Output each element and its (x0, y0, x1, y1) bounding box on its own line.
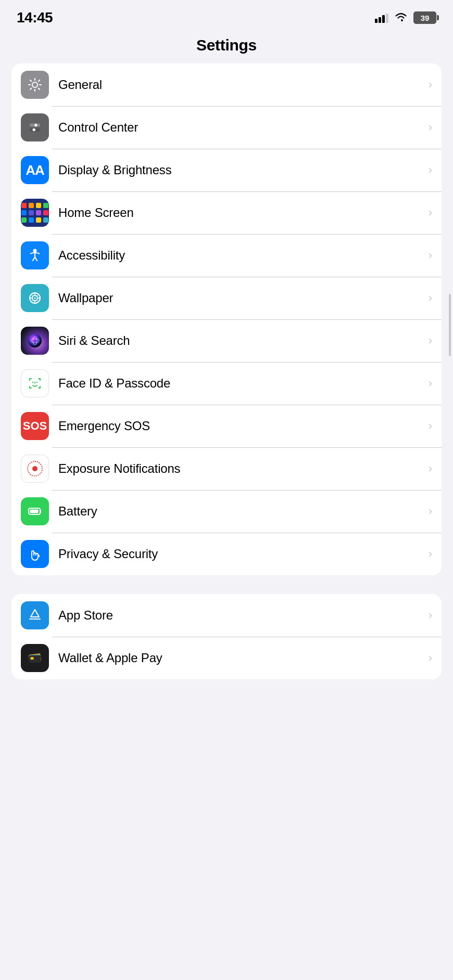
home-screen-icon (21, 199, 49, 227)
svg-point-5 (33, 249, 37, 253)
svg-rect-15 (30, 510, 39, 513)
emergency-sos-icon: SOS (21, 412, 49, 440)
settings-row-wallpaper[interactable]: Wallpaper › (11, 277, 442, 319)
control-center-label: Control Center (58, 120, 424, 135)
accessibility-label: Accessibility (58, 248, 424, 263)
page-title: Settings (0, 31, 453, 63)
exposure-chevron: › (429, 462, 432, 475)
control-center-icon (21, 113, 49, 141)
exposure-icon (21, 455, 49, 483)
wallet-chevron: › (429, 651, 432, 665)
settings-row-wallet[interactable]: Wallet & Apple Pay › (11, 637, 442, 679)
wallet-icon (21, 644, 49, 672)
signal-icon (375, 12, 388, 23)
settings-row-accessibility[interactable]: Accessibility › (11, 234, 442, 277)
svg-point-2 (34, 124, 37, 126)
svg-rect-19 (31, 657, 34, 660)
siri-label: Siri & Search (58, 333, 424, 348)
display-icon: AA (21, 156, 49, 184)
privacy-chevron: › (429, 547, 432, 561)
svg-point-0 (33, 83, 37, 87)
svg-point-8 (34, 298, 36, 299)
appstore-chevron: › (429, 609, 432, 622)
display-chevron: › (429, 163, 432, 177)
battery-label: Battery (58, 504, 424, 519)
wifi-icon (394, 11, 408, 25)
battery-chevron: › (429, 505, 432, 518)
battery-icon: 39 (413, 11, 436, 24)
general-icon (21, 71, 49, 99)
accessibility-chevron: › (429, 249, 432, 262)
svg-point-12 (32, 382, 33, 383)
settings-group-2: App Store › Wallet & Apple Pay › (11, 594, 442, 679)
wallpaper-chevron: › (429, 291, 432, 305)
settings-row-home-screen[interactable]: Home Screen › (11, 191, 442, 234)
wallpaper-icon (21, 284, 49, 312)
siri-icon (21, 327, 49, 355)
status-bar: 14:45 39 (0, 0, 453, 31)
privacy-label: Privacy & Security (58, 547, 424, 561)
settings-row-battery[interactable]: Battery › (11, 490, 442, 533)
wallpaper-label: Wallpaper (58, 291, 424, 305)
settings-row-siri[interactable]: Siri & Search › (11, 319, 442, 362)
emergency-sos-label: Emergency SOS (58, 419, 424, 433)
status-icons: 39 (375, 11, 436, 25)
appstore-icon (21, 601, 49, 629)
settings-row-appstore[interactable]: App Store › (11, 594, 442, 637)
accessibility-icon (21, 241, 49, 269)
battery-settings-icon (21, 497, 49, 525)
wallet-label: Wallet & Apple Pay (58, 651, 424, 665)
settings-row-control-center[interactable]: Control Center › (11, 106, 442, 149)
general-chevron: › (429, 78, 432, 92)
svg-point-9 (28, 334, 42, 347)
appstore-label: App Store (58, 608, 424, 623)
faceid-chevron: › (429, 377, 432, 390)
control-center-chevron: › (429, 121, 432, 134)
general-label: General (58, 78, 424, 92)
settings-group-1: General › Control Center › AA Display & … (11, 63, 442, 575)
emergency-sos-chevron: › (429, 419, 432, 433)
svg-point-4 (33, 128, 35, 131)
home-screen-chevron: › (429, 206, 432, 220)
exposure-label: Exposure Notifications (58, 461, 424, 476)
scroll-indicator (449, 294, 451, 356)
svg-point-13 (36, 382, 37, 383)
home-screen-label: Home Screen (58, 205, 424, 220)
settings-row-general[interactable]: General › (11, 63, 442, 106)
settings-row-exposure[interactable]: Exposure Notifications › (11, 447, 442, 490)
settings-row-privacy[interactable]: Privacy & Security › (11, 533, 442, 575)
settings-row-faceid[interactable]: Face ID & Passcode › (11, 362, 442, 405)
faceid-icon (21, 369, 49, 397)
settings-row-emergency-sos[interactable]: SOS Emergency SOS › (11, 405, 442, 447)
settings-row-display[interactable]: AA Display & Brightness › (11, 149, 442, 191)
home-screen-grid (21, 201, 49, 225)
display-label: Display & Brightness (58, 163, 424, 177)
faceid-label: Face ID & Passcode (58, 376, 424, 391)
status-time: 14:45 (17, 9, 53, 26)
siri-chevron: › (429, 334, 432, 347)
privacy-icon (21, 540, 49, 568)
